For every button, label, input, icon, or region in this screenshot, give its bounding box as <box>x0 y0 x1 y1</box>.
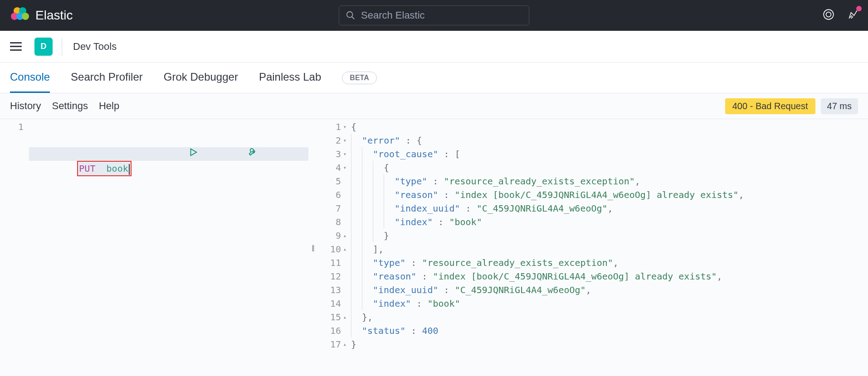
fold-toggle-icon[interactable]: ▾ <box>341 147 346 161</box>
text-cursor <box>129 164 130 175</box>
indent-guide <box>373 174 384 188</box>
help-link[interactable]: Help <box>99 100 119 112</box>
line-number: 15▴ <box>317 310 341 324</box>
fold-toggle-icon[interactable]: ▾ <box>341 134 346 147</box>
tabs-bar: Console Search Profiler Grok Debugger Pa… <box>0 63 868 93</box>
help-icon[interactable] <box>823 9 834 22</box>
token-json-num: 400 <box>422 325 438 336</box>
indent-guide <box>351 310 362 324</box>
indent-guide <box>351 134 362 147</box>
token-json-punc: ], <box>373 244 384 255</box>
editor-area: 1 PUT book ‖ 1▾2▾3▾4▾56789▴10▴1112131415… <box>0 119 868 376</box>
response-line: "index" : "book" <box>346 215 868 229</box>
indent-guide <box>351 297 362 310</box>
token-json-punc: , <box>635 176 640 187</box>
indent-guide <box>362 188 373 202</box>
token-json-punc: : <box>405 325 422 336</box>
token-json-punc: } <box>351 339 356 350</box>
token-json-key: "type" <box>395 176 427 187</box>
token-json-punc: , <box>739 189 744 200</box>
token-json-punc: : <box>438 189 454 200</box>
tab-search-profiler[interactable]: Search Profiler <box>71 63 143 93</box>
header-actions <box>823 9 859 22</box>
toolbar-left: History Settings Help <box>10 100 119 112</box>
svg-point-0 <box>347 12 353 18</box>
indent-guide <box>351 229 362 242</box>
token-json-punc: [ <box>455 149 460 159</box>
indent-guide <box>373 215 384 229</box>
indent-guide <box>362 242 373 256</box>
history-link[interactable]: History <box>10 100 41 112</box>
wrench-icon[interactable] <box>248 120 302 184</box>
indent-guide <box>362 202 373 215</box>
menu-toggle-icon[interactable] <box>10 40 22 53</box>
line-number: 16 <box>317 324 341 337</box>
indent-guide <box>351 188 362 202</box>
fold-toggle-icon[interactable]: ▴ <box>341 310 346 324</box>
token-json-punc: : <box>433 217 449 227</box>
time-badge: 47 ms <box>821 98 858 114</box>
indent-guide <box>351 283 362 297</box>
indent-guide <box>351 270 362 283</box>
token-json-punc: { <box>351 121 356 132</box>
indent-guide <box>351 161 362 174</box>
token-json-punc: , <box>717 271 722 282</box>
news-icon[interactable] <box>847 9 859 22</box>
request-path: book <box>107 163 128 174</box>
indent-guide <box>351 202 362 215</box>
indent-guide <box>362 215 373 229</box>
token-json-punc: , <box>608 203 613 214</box>
fold-toggle-icon[interactable]: ▾ <box>341 120 346 134</box>
line-number: 5 <box>317 174 341 188</box>
sub-header: D Dev Tools <box>0 31 868 63</box>
toolbar-right: 400 - Bad Request 47 ms <box>725 98 858 114</box>
indent-guide <box>384 174 395 188</box>
fold-toggle-icon[interactable]: ▴ <box>341 229 346 242</box>
indent-guide <box>384 202 395 215</box>
tab-painless-lab[interactable]: Painless Lab <box>259 63 321 93</box>
search-input[interactable] <box>361 10 522 21</box>
console-toolbar: History Settings Help 400 - Bad Request … <box>0 93 868 119</box>
indent-guide <box>351 147 362 161</box>
indent-guide <box>362 174 373 188</box>
response-pane[interactable]: 1▾2▾3▾4▾56789▴10▴1112131415▴1617▴ {"erro… <box>317 119 868 376</box>
indent-guide <box>351 242 362 256</box>
token-json-punc: { <box>416 135 422 146</box>
response-line: "root_cause" : [ <box>346 147 868 161</box>
fold-toggle-icon[interactable]: ▴ <box>341 242 346 256</box>
token-json-punc: : <box>427 176 444 187</box>
token-json-key: "reason" <box>395 189 438 200</box>
send-request-button[interactable] <box>188 120 243 184</box>
token-json-str: "index [book/C_459JQNRiGL4A4_w6eoOg] alr… <box>433 271 717 282</box>
divider <box>62 38 62 56</box>
space-badge[interactable]: D <box>34 38 53 56</box>
global-search <box>339 5 529 25</box>
indent-guide <box>384 215 395 229</box>
token-json-str: "book" <box>449 217 482 227</box>
fold-toggle-icon[interactable]: ▾ <box>341 161 346 174</box>
response-line: { <box>346 120 868 134</box>
token-json-punc: : <box>439 149 455 159</box>
indent-guide <box>351 324 362 337</box>
elastic-logo-icon[interactable] <box>9 5 29 25</box>
response-line: ], <box>346 242 868 256</box>
request-pane[interactable]: 1 PUT book <box>0 119 308 376</box>
response-line: "error" : { <box>346 134 868 147</box>
response-code[interactable]: {"error" : {"root_cause" : [{"type" : "r… <box>346 119 868 376</box>
response-gutter: 1▾2▾3▾4▾56789▴10▴1112131415▴1617▴ <box>317 119 346 376</box>
token-json-punc: : <box>416 271 433 282</box>
svg-line-1 <box>352 17 355 19</box>
search-box[interactable] <box>339 5 529 25</box>
request-code[interactable]: PUT book <box>29 119 308 376</box>
tab-grok-debugger[interactable]: Grok Debugger <box>164 63 238 93</box>
fold-toggle-icon[interactable]: ▴ <box>341 337 346 351</box>
token-json-str: "resource_already_exists_exception" <box>422 257 613 268</box>
pane-splitter[interactable]: ‖ <box>308 119 317 376</box>
indent-guide <box>362 147 373 161</box>
token-json-key: "type" <box>373 257 405 268</box>
line-number: 14 <box>317 297 341 310</box>
brand-name[interactable]: Elastic <box>35 8 73 23</box>
settings-link[interactable]: Settings <box>52 100 88 112</box>
response-line: { <box>346 161 868 174</box>
tab-console[interactable]: Console <box>10 63 50 93</box>
